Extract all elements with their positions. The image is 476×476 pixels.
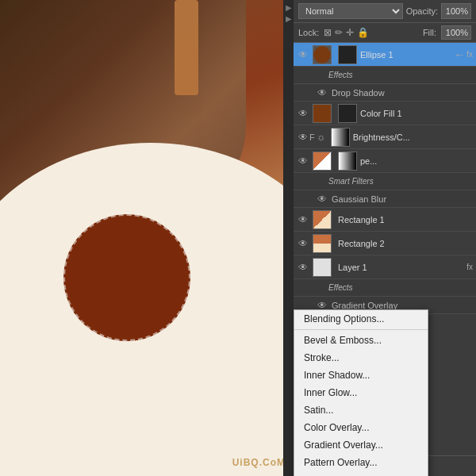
- blend-mode-bar: Normal Multiply Screen Opacity:: [294, 0, 476, 23]
- fx-ellipse1[interactable]: fx: [466, 50, 473, 59]
- lock-paint-icon[interactable]: ✏: [335, 27, 343, 38]
- gradient-overlay-label: Gradient Overlay: [332, 301, 397, 310]
- layer-name-ellipse1: Ellipse 1: [360, 50, 452, 60]
- layer-name-colorfill1: Color Fill 1: [360, 109, 473, 118]
- fill-label: Fill:: [423, 28, 436, 37]
- canvas-area: UiBQ.CoM: [0, 0, 294, 476]
- menu-blending-options[interactable]: Blending Options...: [294, 310, 428, 328]
- effects-label-layer1: Effects: [328, 283, 353, 292]
- layer-effects-layer1[interactable]: Effects: [294, 279, 476, 297]
- layer-gaussian-blur[interactable]: 👁 Gaussian Blur: [294, 190, 476, 208]
- opacity-input[interactable]: [441, 3, 471, 19]
- arrow-ellipse1: ←: [454, 48, 465, 61]
- thumb-colorfill1: [313, 104, 332, 123]
- visibility-drop-shadow[interactable]: 👁: [316, 87, 328, 98]
- visibility-rect2[interactable]: 👁: [297, 238, 309, 249]
- bag-strap: [175, 0, 198, 95]
- thumb-rect1: [313, 210, 332, 229]
- menu-pattern-overlay[interactable]: Pattern Overlay...: [294, 454, 428, 471]
- mask-pe: [338, 152, 357, 171]
- mask-colorfill1: [338, 104, 357, 123]
- menu-bevel-emboss[interactable]: Bevel & Emboss...: [294, 332, 428, 349]
- layer-smart-filters[interactable]: Smart Filters: [294, 173, 476, 190]
- opacity-label: Opacity:: [406, 6, 438, 16]
- left-panel: ▶ ▶: [283, 0, 294, 476]
- visibility-ellipse1[interactable]: 👁: [297, 49, 309, 60]
- layer-name-pe: pe...: [360, 156, 473, 166]
- layer-row-colorfill1[interactable]: 👁 Color Fill 1: [294, 102, 476, 125]
- watermark: UiBQ.CoM: [232, 457, 286, 468]
- layer-row-pe[interactable]: 👁 pe...: [294, 149, 476, 173]
- thumb-brightness: [331, 128, 350, 147]
- sun-icon: ☼: [317, 131, 326, 143]
- menu-sep-1: [294, 329, 428, 330]
- smart-filters-label: Smart Filters: [328, 177, 374, 186]
- menu-outer-glow[interactable]: Outer Glow...: [294, 471, 428, 476]
- layer-name-rect2: Rectangle 2: [338, 239, 473, 248]
- layer-row-rect1[interactable]: 👁 Rectangle 1: [294, 208, 476, 232]
- menu-color-overlay[interactable]: Color Overlay...: [294, 419, 428, 436]
- layer-name-rect1: Rectangle 1: [338, 215, 473, 225]
- layer-row-layer1[interactable]: 👁 Layer 1 fx: [294, 255, 476, 279]
- panel-icon-2: ▶: [286, 14, 292, 23]
- panel-icon-1: ▶: [286, 3, 292, 12]
- thumb-rect2: [313, 234, 332, 253]
- visibility-brightness[interactable]: 👁: [297, 132, 309, 143]
- menu-stroke[interactable]: Stroke...: [294, 349, 428, 367]
- layer-drop-shadow[interactable]: 👁 Drop Shadow: [294, 84, 476, 102]
- canvas-circle: [63, 214, 190, 341]
- menu-inner-glow[interactable]: Inner Glow...: [294, 384, 428, 401]
- menu-inner-shadow[interactable]: Inner Shadow...: [294, 367, 428, 384]
- f-icon: F: [309, 132, 315, 142]
- fx-layer1[interactable]: fx: [466, 263, 473, 271]
- visibility-gaussian[interactable]: 👁: [316, 194, 328, 205]
- lock-transparent-icon[interactable]: ⊠: [324, 27, 332, 38]
- lock-icons: ⊠ ✏ ✛ 🔒: [324, 27, 369, 38]
- gaussian-blur-label: Gaussian Blur: [332, 194, 386, 204]
- lock-all-icon[interactable]: 🔒: [357, 27, 369, 38]
- lock-move-icon[interactable]: ✛: [346, 27, 354, 38]
- menu-satin[interactable]: Satin...: [294, 401, 428, 419]
- lock-bar: Lock: ⊠ ✏ ✛ 🔒 Fill:: [294, 23, 476, 43]
- lock-label: Lock:: [298, 28, 319, 37]
- visibility-layer1[interactable]: 👁: [297, 262, 309, 273]
- visibility-colorfill1[interactable]: 👁: [297, 108, 309, 119]
- layer-name-brightness: Brightness/C...: [353, 132, 473, 142]
- thumb-ellipse1: [313, 45, 332, 64]
- visibility-pe[interactable]: 👁: [297, 155, 309, 167]
- fill-input[interactable]: [441, 25, 471, 40]
- visibility-rect1[interactable]: 👁: [297, 214, 309, 225]
- thumb-pe: [313, 152, 332, 171]
- mask-ellipse1: [338, 45, 357, 64]
- effects-label-ellipse: Effects: [328, 71, 353, 79]
- layer-effects-ellipse[interactable]: Effects: [294, 67, 476, 84]
- layer-row-brightness[interactable]: 👁 F ☼ Brightness/C...: [294, 125, 476, 149]
- layer-row-rect2[interactable]: 👁 Rectangle 2: [294, 232, 476, 255]
- drop-shadow-label: Drop Shadow: [332, 88, 385, 98]
- layer-row-ellipse1[interactable]: 👁 Ellipse 1 ← fx: [294, 43, 476, 67]
- blend-mode-select[interactable]: Normal Multiply Screen: [298, 3, 403, 19]
- layer-name-layer1: Layer 1: [338, 263, 465, 272]
- context-menu: Blending Options... Bevel & Emboss... St…: [294, 309, 428, 476]
- menu-gradient-overlay[interactable]: Gradient Overlay...: [294, 436, 428, 454]
- thumb-layer1: [313, 258, 332, 277]
